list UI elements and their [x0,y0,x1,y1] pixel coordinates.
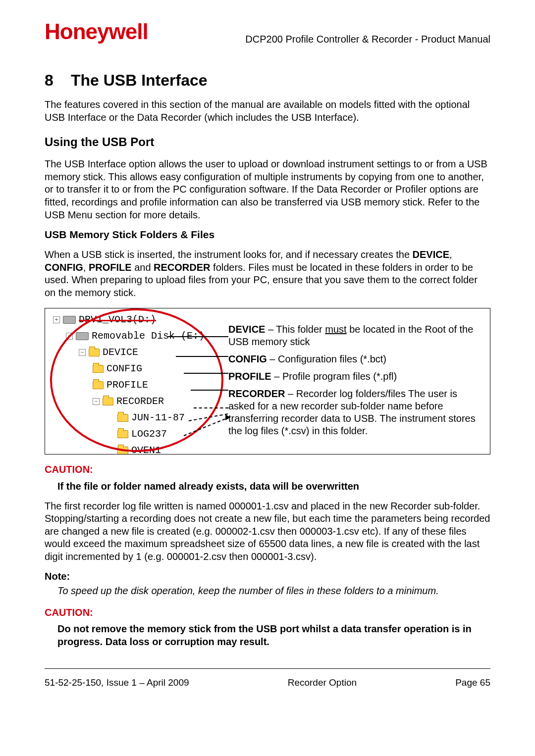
desc-device: DEVICE – This folder must be located in … [228,323,484,348]
intro-paragraph: The features covered in this section of … [45,99,490,124]
logo: Honeywell [45,18,148,46]
footer-center: Recorder Option [288,677,357,689]
folder-icon [117,430,128,438]
folder-icon [117,414,128,422]
tree-config: CONFIG [107,362,142,375]
expand-icon: − [66,333,73,340]
caution-label-1: CAUTION: [45,463,490,476]
recorder-paragraph: The first recorder log file written is n… [45,500,490,563]
note-label: Note: [45,570,490,583]
desc-profile: PROFILE – Profile program files (*.pfl) [228,370,484,383]
usb-port-paragraph: The USB Interface option allows the user… [45,158,490,221]
footer-right: Page 65 [455,677,490,689]
caution-label-2: CAUTION: [45,606,490,619]
subhead-folders: USB Memory Stick Folders & Files [45,228,490,242]
tree-profile: PROFILE [107,379,148,392]
tree-sub3: OVEN1 [131,444,161,454]
leader-line [191,390,228,391]
caution-text-1: If the file or folder named already exis… [57,480,490,493]
folder-icon [103,398,113,405]
expand-icon: + [53,316,60,323]
folder-icon [93,381,104,389]
leader-line [168,336,228,337]
leader-line [176,356,228,357]
document-title: DCP200 Profile Controller & Recorder - P… [245,33,490,46]
folders-b1: DEVICE [413,249,449,260]
diagram-descriptions: DEVICE – This folder must be located in … [228,323,484,442]
folder-diagram: +DRV1_VOL3(D:) −Removable Disk (E:) −DEV… [45,308,490,454]
tree-sub1: JUN-11-87 [131,411,185,424]
leader-line [184,373,228,374]
caution-text-2: Do not remove the memory stick from the … [57,623,490,648]
desc-recorder: RECORDER – Recorder log folders/files Th… [228,388,484,437]
folder-icon [93,365,104,373]
folder-icon [117,447,128,454]
folders-b3: PROFILE [89,262,132,273]
note-text: To speed up the disk operation, keep the… [57,585,490,598]
leader-dashed [194,407,228,408]
tree-drive1: DRV1_VOL3(D:) [79,313,156,326]
expand-icon: − [93,398,100,405]
section-number: 8 [45,70,66,91]
tree-sub2: LOG237 [131,428,167,441]
desc-config: CONFIG – Configuration files (*.bct) [228,353,484,365]
folder-tree: +DRV1_VOL3(D:) −Removable Disk (E:) −DEV… [45,308,214,454]
folders-b4: RECORDER [154,262,210,273]
subhead-usb-port: Using the USB Port [45,135,490,150]
section-heading: 8 The USB Interface [45,70,490,91]
footer-left: 51-52-25-150, Issue 1 – April 2009 [45,677,189,689]
folders-paragraph: When a USB stick is inserted, the instru… [45,249,490,299]
folders-para-pre: When a USB stick is inserted, the instru… [45,249,413,260]
folder-icon [89,349,100,356]
expand-icon: − [79,349,86,356]
page-footer: 51-52-25-150, Issue 1 – April 2009 Recor… [45,668,490,689]
tree-device: DEVICE [103,346,138,359]
page-header: Honeywell DCP200 Profile Controller & Re… [45,18,490,46]
section-title-text: The USB Interface [71,71,208,89]
tree-recorder: RECORDER [116,395,164,408]
folders-b2: CONFIG [45,262,83,273]
drive-icon [63,316,76,324]
drive-icon [76,332,89,340]
